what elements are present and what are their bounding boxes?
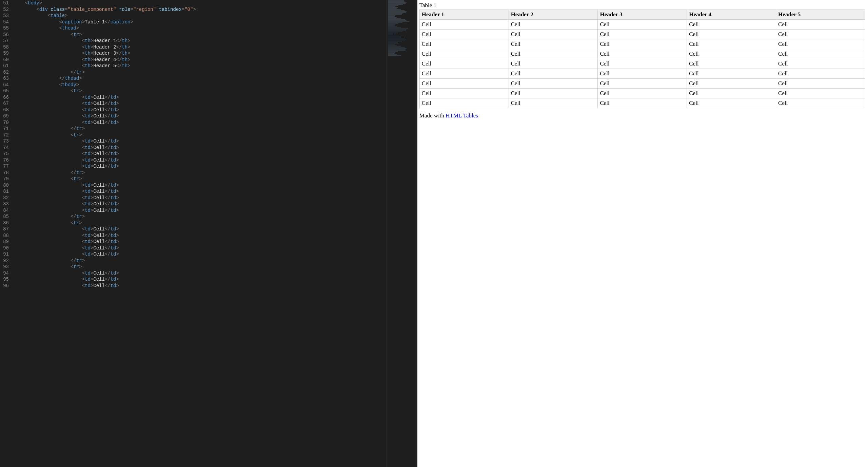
code-text[interactable]: <td>Cell</td>	[14, 270, 417, 277]
code-line[interactable]: 59 <th>Header 3</th>	[0, 50, 417, 57]
code-line[interactable]: 95 <td>Cell</td>	[0, 276, 417, 283]
code-text[interactable]: <tbody>	[14, 82, 417, 88]
code-line[interactable]: 78 </tr>	[0, 170, 417, 176]
code-line[interactable]: 64 <tbody>	[0, 82, 417, 88]
code-line[interactable]: 84 <td>Cell</td>	[0, 207, 417, 214]
code-line[interactable]: 90 <td>Cell</td>	[0, 245, 417, 251]
code-line[interactable]: 96 <td>Cell</td>	[0, 283, 417, 289]
code-text[interactable]: <td>Cell</td>	[14, 138, 417, 145]
code-text[interactable]: <tr>	[14, 132, 417, 138]
code-text[interactable]: <td>Cell</td>	[14, 107, 417, 113]
code-text[interactable]: <tr>	[14, 32, 417, 38]
code-line[interactable]: 74 <td>Cell</td>	[0, 145, 417, 151]
code-text[interactable]: <td>Cell</td>	[14, 245, 417, 251]
code-line[interactable]: 73 <td>Cell</td>	[0, 138, 417, 145]
code-line[interactable]: 83 <td>Cell</td>	[0, 201, 417, 207]
code-text[interactable]: </tr>	[14, 69, 417, 76]
code-text[interactable]: <thead>	[14, 25, 417, 32]
code-line[interactable]: 67 <td>Cell</td>	[0, 100, 417, 107]
code-line[interactable]: 57 <th>Header 1</th>	[0, 38, 417, 44]
code-line[interactable]: 80 <td>Cell</td>	[0, 182, 417, 189]
table-cell: Cell	[598, 49, 687, 59]
code-text[interactable]: <td>Cell</td>	[14, 188, 417, 195]
code-line[interactable]: 58 <th>Header 2</th>	[0, 44, 417, 51]
code-line[interactable]: 51 <body>	[0, 0, 417, 6]
preview-pane[interactable]: Table 1 Header 1Header 2Header 3Header 4…	[417, 0, 868, 467]
code-text[interactable]: <td>Cell</td>	[14, 145, 417, 151]
code-line[interactable]: 71 </tr>	[0, 126, 417, 132]
code-line[interactable]: 89 <td>Cell</td>	[0, 239, 417, 245]
code-text[interactable]: <td>Cell</td>	[14, 151, 417, 157]
footer-link[interactable]: HTML Tables	[446, 112, 478, 119]
code-text[interactable]: </thead>	[14, 75, 417, 82]
code-line[interactable]: 76 <td>Cell</td>	[0, 157, 417, 164]
code-line[interactable]: 77 <td>Cell</td>	[0, 163, 417, 170]
code-text[interactable]: <td>Cell</td>	[14, 94, 417, 101]
code-line[interactable]: 72 <tr>	[0, 132, 417, 138]
code-text[interactable]: <th>Header 3</th>	[14, 50, 417, 57]
code-text[interactable]: <tr>	[14, 220, 417, 226]
code-text[interactable]: <th>Header 4</th>	[14, 57, 417, 63]
code-line[interactable]: 53 <table>	[0, 13, 417, 19]
code-text[interactable]: <caption>Table 1</caption>	[14, 19, 417, 25]
code-line[interactable]: 87 <td>Cell</td>	[0, 226, 417, 232]
code-line[interactable]: 62 </tr>	[0, 69, 417, 76]
code-text[interactable]: <td>Cell</td>	[14, 119, 417, 126]
code-line[interactable]: 52 <div class="table_component" role="re…	[0, 6, 417, 13]
code-line[interactable]: 91 <td>Cell</td>	[0, 251, 417, 258]
code-text[interactable]: <td>Cell</td>	[14, 251, 417, 258]
code-text[interactable]: <div class="table_component" role="regio…	[14, 6, 417, 13]
code-line[interactable]: 68 <td>Cell</td>	[0, 107, 417, 113]
code-editor-pane[interactable]: 51 <body>52 <div class="table_component"…	[0, 0, 417, 467]
code-text[interactable]: <tr>	[14, 176, 417, 182]
code-text[interactable]: <td>Cell</td>	[14, 232, 417, 239]
code-text[interactable]: <td>Cell</td>	[14, 239, 417, 245]
table-row: CellCellCellCellCell	[419, 20, 865, 30]
code-text[interactable]: </tr>	[14, 258, 417, 264]
code-text[interactable]: <td>Cell</td>	[14, 226, 417, 232]
code-line[interactable]: 54 <caption>Table 1</caption>	[0, 19, 417, 25]
line-number: 52	[0, 6, 14, 13]
code-line[interactable]: 56 <tr>	[0, 32, 417, 38]
code-line[interactable]: 65 <tr>	[0, 88, 417, 94]
code-text[interactable]: <td>Cell</td>	[14, 100, 417, 107]
code-text[interactable]: </tr>	[14, 126, 417, 132]
code-line[interactable]: 66 <td>Cell</td>	[0, 94, 417, 101]
code-text[interactable]: <td>Cell</td>	[14, 201, 417, 207]
code-text[interactable]: <body>	[14, 0, 417, 6]
code-line[interactable]: 69 <td>Cell</td>	[0, 113, 417, 119]
code-line[interactable]: 63 </thead>	[0, 75, 417, 82]
code-line[interactable]: 81 <td>Cell</td>	[0, 188, 417, 195]
code-line[interactable]: 70 <td>Cell</td>	[0, 119, 417, 126]
code-text[interactable]: <th>Header 5</th>	[14, 63, 417, 69]
code-line[interactable]: 93 <tr>	[0, 264, 417, 270]
code-text[interactable]: <th>Header 2</th>	[14, 44, 417, 51]
code-lines[interactable]: 51 <body>52 <div class="table_component"…	[0, 0, 417, 289]
code-line[interactable]: 92 </tr>	[0, 258, 417, 264]
code-line[interactable]: 82 <td>Cell</td>	[0, 195, 417, 201]
code-line[interactable]: 86 <tr>	[0, 220, 417, 226]
code-text[interactable]: <td>Cell</td>	[14, 276, 417, 283]
code-line[interactable]: 75 <td>Cell</td>	[0, 151, 417, 157]
code-text[interactable]: <tr>	[14, 88, 417, 94]
code-text[interactable]: </tr>	[14, 213, 417, 220]
code-text[interactable]: <td>Cell</td>	[14, 163, 417, 170]
code-text[interactable]: <table>	[14, 13, 417, 19]
code-line[interactable]: 79 <tr>	[0, 176, 417, 182]
code-text[interactable]: <td>Cell</td>	[14, 157, 417, 164]
code-line[interactable]: 55 <thead>	[0, 25, 417, 32]
code-text[interactable]: <tr>	[14, 264, 417, 270]
code-text[interactable]: <td>Cell</td>	[14, 113, 417, 119]
code-editor-scroll[interactable]: 51 <body>52 <div class="table_component"…	[0, 0, 417, 467]
code-line[interactable]: 61 <th>Header 5</th>	[0, 63, 417, 69]
code-text[interactable]: <td>Cell</td>	[14, 182, 417, 189]
code-text[interactable]: <td>Cell</td>	[14, 207, 417, 214]
code-line[interactable]: 85 </tr>	[0, 213, 417, 220]
code-text[interactable]: <td>Cell</td>	[14, 195, 417, 201]
code-text[interactable]: </tr>	[14, 170, 417, 176]
code-text[interactable]: <td>Cell</td>	[14, 283, 417, 289]
code-line[interactable]: 94 <td>Cell</td>	[0, 270, 417, 277]
code-text[interactable]: <th>Header 1</th>	[14, 38, 417, 44]
code-line[interactable]: 88 <td>Cell</td>	[0, 232, 417, 239]
code-line[interactable]: 60 <th>Header 4</th>	[0, 57, 417, 63]
